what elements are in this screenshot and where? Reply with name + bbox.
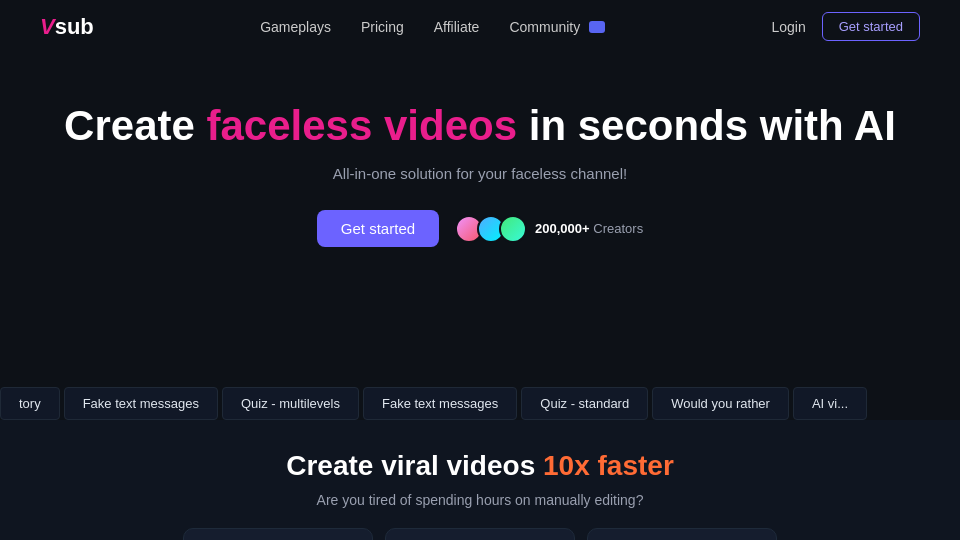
- bottom-section: Create viral videos 10x faster Are you t…: [0, 420, 960, 540]
- hero-cta: Get started 200,000+ Creators: [40, 210, 920, 247]
- hero-section: Create faceless videos in seconds with A…: [0, 53, 960, 277]
- tag-item: Quiz - standard: [521, 387, 648, 420]
- logo-v: V: [40, 14, 55, 40]
- tag-item: AI vi...: [793, 387, 867, 420]
- avatar-3: [499, 215, 527, 243]
- tag-item: Fake text messages: [363, 387, 517, 420]
- nav-gameplays[interactable]: Gameplays: [260, 19, 331, 35]
- tag-item: Fake text messages: [64, 387, 218, 420]
- bottom-subtitle: Are you tired of spending hours on manua…: [40, 492, 920, 508]
- get-started-hero-button[interactable]: Get started: [317, 210, 439, 247]
- card[interactable]: 🧠 Brain Teasers new Brain teasers video: [183, 528, 373, 540]
- tag-item: Quiz - multilevels: [222, 387, 359, 420]
- logo-rest: sub: [55, 14, 94, 40]
- logo[interactable]: Vsub: [40, 14, 94, 40]
- cards-row: 🧠 Brain Teasers new Brain teasers video …: [40, 528, 920, 540]
- get-started-nav-button[interactable]: Get started: [822, 12, 920, 41]
- video-area: [0, 277, 960, 377]
- card[interactable]: 💬 Fake Text best niche Fake text message…: [385, 528, 575, 540]
- discord-icon: [589, 21, 605, 33]
- hero-subtitle: All-in-one solution for your faceless ch…: [40, 165, 920, 182]
- creators-row: 200,000+ Creators: [455, 215, 643, 243]
- nav-links: Gameplays Pricing Affiliate Community: [260, 19, 605, 35]
- tag-item: Would you rather: [652, 387, 789, 420]
- navbar: Vsub Gameplays Pricing Affiliate Communi…: [0, 0, 960, 53]
- nav-pricing[interactable]: Pricing: [361, 19, 404, 35]
- creators-text: 200,000+ Creators: [535, 221, 643, 236]
- nav-affiliate[interactable]: Affiliate: [434, 19, 480, 35]
- avatars: [455, 215, 527, 243]
- card[interactable]: 🤖 AI Video Generate AI video: [587, 528, 777, 540]
- bottom-title: Create viral videos 10x faster: [40, 450, 920, 482]
- hero-title: Create faceless videos in seconds with A…: [40, 101, 920, 151]
- nav-right: Login Get started: [771, 12, 920, 41]
- login-button[interactable]: Login: [771, 19, 805, 35]
- tag-item: tory: [0, 387, 60, 420]
- nav-community[interactable]: Community: [509, 19, 605, 35]
- tags-strip: toryFake text messagesQuiz - multilevels…: [0, 387, 960, 420]
